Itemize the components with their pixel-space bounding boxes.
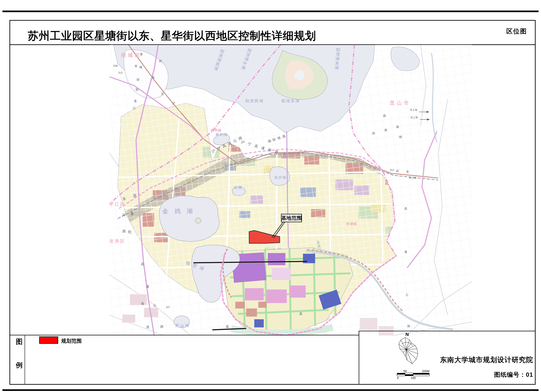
north-rose-center [406,349,406,350]
titleblock-top-line [359,331,536,331]
map-label: 唯亭镇 [211,129,221,132]
page-title: 苏州工业园区星塘街以东、星华街以西地区控制性详细规划 [28,29,316,43]
map-label: 路 [160,325,164,328]
page-bottom-rule [2,389,539,391]
legend-char-bottom: 例 [12,361,26,370]
map-label: 路 [407,325,410,328]
research-block1 [245,288,264,300]
higher-ed-block2 [268,253,285,265]
sheet-type-label: 区位图 [505,27,528,36]
map-label: 沪 [172,102,175,105]
map-label: 至上海 [410,108,417,111]
map-label: 速 [384,128,387,132]
map-label: 白塘 [234,186,242,190]
map-label: 阳澄西湖 [245,99,264,103]
salmon-s2 [246,309,257,317]
map-label: 227 [166,306,170,309]
map-label: 312 [118,71,123,74]
map-label: 公 [153,304,156,307]
map-label: 公 [406,293,409,296]
map-label: 312 [390,169,394,171]
map-label: 路 [396,125,399,129]
design-institute-name: 东南大学城市规划设计研究院 [365,355,533,365]
map-label: 道 [406,170,409,173]
map-label: 高 [141,262,144,266]
blue-block3 [254,319,264,327]
map-label: 阳澄东湖 [281,99,300,103]
research-block3 [289,285,306,298]
map-label: 速 [404,250,407,253]
map-label: 昆山市 [390,100,411,106]
map-label: 胜浦镇 [346,222,357,226]
map-label: 际 [137,78,140,81]
map-label: 高 [299,312,302,315]
map-label: 青剑湖 [215,133,228,137]
peninsula-pond [294,70,305,80]
map-label: 平江区 [109,202,125,207]
salmon-s3 [258,302,266,308]
map-label: 东沙湖 [274,175,286,180]
map-label: 道 [146,325,149,329]
map-label: 杭 [159,59,162,63]
page-top-rule [2,10,539,12]
callout-label: 基地范围 [281,215,302,221]
map-label: 公 [133,106,136,110]
salmon-s1 [235,302,245,309]
legend-char-top: 图 [12,337,26,346]
map-label: 京 [161,92,164,96]
research-block2 [266,289,287,303]
map-label: 无锡 [113,64,118,67]
map-label: 高 [152,76,155,79]
map-label: 嘉 [226,325,229,328]
map-label: 绕 [399,135,402,139]
map-label: 国 [396,170,399,172]
legend-swatch-planning-scope [39,336,58,344]
titleblock-divider [359,331,359,385]
map-label: 省 [134,64,137,68]
map-label: 金鸡湖 [162,208,199,214]
map-label: 速 [146,284,149,288]
map-label: 沧浪区 [109,239,125,243]
map-label: 至上海 [411,116,418,119]
jinji-lake [159,196,219,241]
legend-item-label: 规划范围 [61,338,82,344]
legend-top-line [10,335,359,335]
map-label: 相城区 [121,52,142,58]
map-label: 轨 [136,88,139,91]
jinji-island [195,218,201,223]
map-label: 路 [383,114,386,118]
location-map: 基地范围 阳澄湖西湖阳澄湖中湖阳澄湖东湖阳澄西湖阳澄东湖金鸡湖独墅湖尹山湖东沙湖… [109,45,472,335]
map-label: 嘉 [140,52,143,56]
map-label: 快 [372,132,375,135]
map-label: 道 [134,99,137,103]
map-label: 尹山湖 [175,324,190,328]
map-label: 省 [141,302,144,305]
map-label: 至上海 [409,176,416,179]
map-label: 城 [139,65,142,69]
map-label: 高 [404,207,407,210]
campus-block [272,268,291,280]
sheet-number: 图纸编号：01 [365,371,533,379]
